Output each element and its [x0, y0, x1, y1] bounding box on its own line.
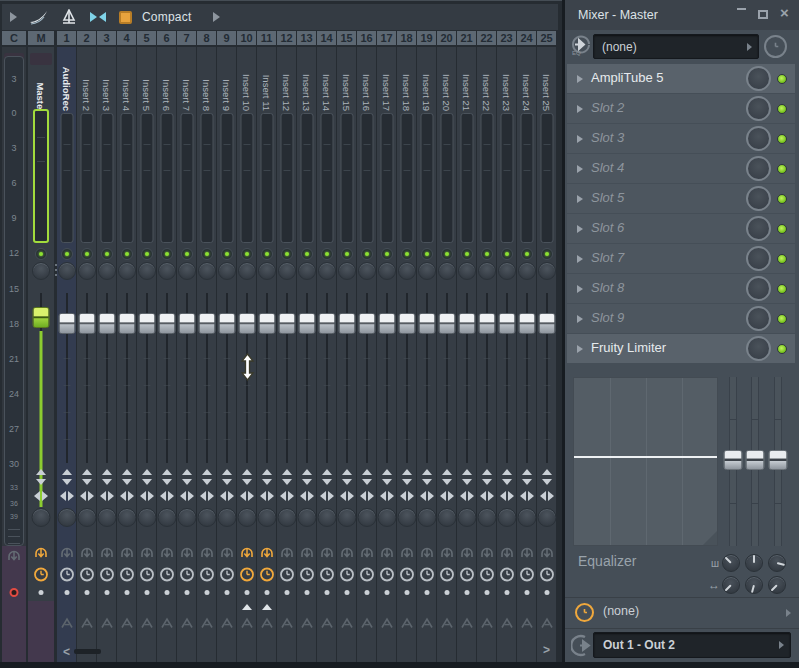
- swap-channels-toggle[interactable]: [140, 490, 154, 501]
- channel-volume-fader[interactable]: [398, 313, 415, 334]
- arm-recording-icon[interactable]: [519, 545, 534, 562]
- polarity-toggle[interactable]: [522, 469, 532, 485]
- channel-pan-knob[interactable]: [538, 262, 556, 280]
- channel-pan-knob[interactable]: [398, 262, 416, 280]
- slot-arrow-icon[interactable]: [577, 315, 583, 323]
- master-arm-recording-icon[interactable]: [34, 545, 49, 562]
- slot-arrow-icon[interactable]: [577, 255, 583, 263]
- arm-recording-icon[interactable]: [279, 545, 294, 562]
- header-channel-number[interactable]: 24: [517, 31, 536, 45]
- polarity-toggle[interactable]: [322, 469, 332, 485]
- stereo-sep-knob[interactable]: [477, 508, 496, 527]
- header-channel-number[interactable]: 7: [177, 31, 196, 45]
- stem-icon[interactable]: [61, 9, 77, 25]
- time-icon[interactable]: [179, 567, 194, 582]
- swap-channels-toggle[interactable]: [360, 490, 374, 501]
- stereo-sep-knob[interactable]: [157, 508, 176, 527]
- layout-next-arrow-icon[interactable]: [213, 12, 220, 22]
- slot-label[interactable]: Slot 3: [591, 130, 624, 145]
- channel-pan-knob[interactable]: [378, 262, 396, 280]
- time-icon[interactable]: [359, 567, 374, 582]
- stereo-sep-knob[interactable]: [397, 508, 416, 527]
- swap-channels-toggle[interactable]: [540, 490, 554, 501]
- channel-mute-led[interactable]: [401, 248, 413, 260]
- dot-indicator[interactable]: [444, 590, 449, 595]
- swap-channels-toggle[interactable]: [300, 490, 314, 501]
- eq-freq-knob-3[interactable]: [768, 576, 786, 594]
- time-icon[interactable]: [319, 567, 334, 582]
- channel-pan-knob[interactable]: [178, 262, 196, 280]
- slot-arrow-icon[interactable]: [577, 105, 583, 113]
- stereo-sep-knob[interactable]: [217, 508, 236, 527]
- slot-enable-led[interactable]: [777, 74, 787, 84]
- slot-enable-led[interactable]: [777, 134, 787, 144]
- swap-channels-toggle[interactable]: [80, 490, 94, 501]
- stereo-sep-knob[interactable]: [237, 508, 256, 527]
- dot-indicator[interactable]: [204, 590, 209, 595]
- send-to-master-icon[interactable]: [200, 615, 214, 633]
- channel-strip-1[interactable]: AudioRec: [57, 47, 76, 663]
- master-dot-indicator[interactable]: [39, 590, 44, 595]
- master-pan-knob[interactable]: [32, 262, 50, 280]
- send-to-master-icon[interactable]: [240, 615, 254, 633]
- header-channel-number[interactable]: 11: [257, 31, 276, 45]
- current-track-strip[interactable]: 3036912151821242730333639: [2, 47, 26, 663]
- master-track-strip[interactable]: Master: [28, 47, 54, 663]
- time-icon[interactable]: [239, 567, 254, 582]
- dot-indicator[interactable]: [224, 590, 229, 595]
- send-to-master-icon[interactable]: [360, 615, 374, 633]
- arm-recording-icon[interactable]: [219, 545, 234, 562]
- channel-volume-fader[interactable]: [378, 313, 395, 334]
- effect-slot-3[interactable]: Slot 3: [567, 124, 795, 153]
- close-button[interactable]: ×: [780, 6, 789, 19]
- slot-mix-knob[interactable]: [746, 66, 771, 91]
- mirror-triangles-icon[interactable]: [89, 11, 107, 23]
- arm-recording-icon[interactable]: [499, 545, 514, 562]
- dot-indicator[interactable]: [84, 590, 89, 595]
- channel-strip-13[interactable]: Insert 13: [297, 47, 316, 663]
- polarity-toggle[interactable]: [62, 469, 72, 485]
- stereo-sep-knob[interactable]: [337, 508, 356, 527]
- send-to-master-icon[interactable]: [420, 615, 434, 633]
- slot-arrow-icon[interactable]: [577, 195, 583, 203]
- channel-strip-15[interactable]: Insert 15: [337, 47, 356, 663]
- effect-slot-7[interactable]: Slot 7: [567, 244, 795, 273]
- channel-volume-fader[interactable]: [438, 313, 455, 334]
- header-channel-number[interactable]: 10: [237, 31, 256, 45]
- arm-recording-icon[interactable]: [459, 545, 474, 562]
- channel-pan-knob[interactable]: [238, 262, 256, 280]
- time-icon[interactable]: [419, 567, 434, 582]
- polarity-toggle[interactable]: [422, 469, 432, 485]
- time-icon[interactable]: [119, 567, 134, 582]
- send-to-master-icon[interactable]: [280, 615, 294, 633]
- slot-label[interactable]: Slot 9: [591, 310, 624, 325]
- channel-strip-14[interactable]: Insert 14: [317, 47, 336, 663]
- swap-channels-toggle[interactable]: [240, 490, 254, 501]
- stereo-sep-knob[interactable]: [437, 508, 456, 527]
- stereo-sep-knob[interactable]: [537, 508, 556, 527]
- slot-mix-knob[interactable]: [746, 306, 771, 331]
- channel-volume-fader[interactable]: [158, 313, 175, 334]
- channel-mute-led[interactable]: [381, 248, 393, 260]
- slot-label[interactable]: Fruity Limiter: [591, 340, 666, 355]
- slot-mix-knob[interactable]: [746, 246, 771, 271]
- polarity-toggle[interactable]: [282, 469, 292, 485]
- channel-strip-8[interactable]: Insert 8: [197, 47, 216, 663]
- arm-recording-icon[interactable]: [99, 545, 114, 562]
- time-icon[interactable]: [299, 567, 314, 582]
- time-icon[interactable]: [499, 567, 514, 582]
- channel-strip-20[interactable]: Insert 20: [437, 47, 456, 663]
- channel-volume-fader[interactable]: [278, 313, 295, 334]
- channel-strip-10[interactable]: Insert 10: [237, 47, 256, 663]
- channel-strip-9[interactable]: Insert 9: [217, 47, 236, 663]
- send-to-master-icon[interactable]: [540, 615, 554, 633]
- dot-indicator[interactable]: [264, 590, 269, 595]
- channel-pan-knob[interactable]: [158, 262, 176, 280]
- maximize-button[interactable]: [758, 10, 768, 19]
- channel-strip-12[interactable]: Insert 12: [277, 47, 296, 663]
- dot-indicator[interactable]: [384, 590, 389, 595]
- channel-mute-led[interactable]: [221, 248, 233, 260]
- slot-label[interactable]: AmpliTube 5: [591, 70, 664, 85]
- header-channel-number[interactable]: 8: [197, 31, 216, 45]
- slot-enable-led[interactable]: [777, 284, 787, 294]
